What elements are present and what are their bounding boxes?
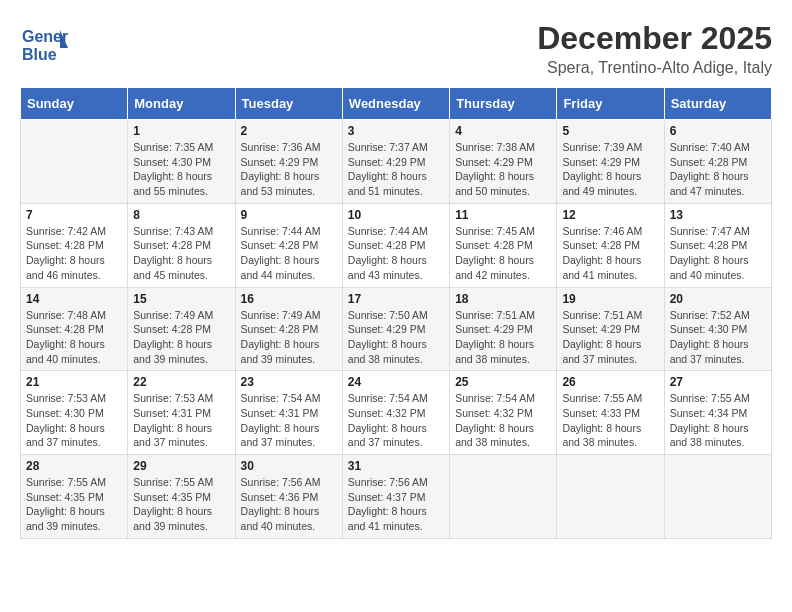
- day-number: 8: [133, 208, 229, 222]
- day-info: Sunrise: 7:52 AMSunset: 4:30 PMDaylight:…: [670, 308, 766, 367]
- day-number: 30: [241, 459, 337, 473]
- calendar-cell: 31Sunrise: 7:56 AMSunset: 4:37 PMDayligh…: [342, 455, 449, 539]
- day-number: 31: [348, 459, 444, 473]
- day-number: 15: [133, 292, 229, 306]
- calendar-cell: 22Sunrise: 7:53 AMSunset: 4:31 PMDayligh…: [128, 371, 235, 455]
- calendar-cell: 9Sunrise: 7:44 AMSunset: 4:28 PMDaylight…: [235, 203, 342, 287]
- day-info: Sunrise: 7:43 AMSunset: 4:28 PMDaylight:…: [133, 224, 229, 283]
- calendar-cell: 26Sunrise: 7:55 AMSunset: 4:33 PMDayligh…: [557, 371, 664, 455]
- calendar-cell: 29Sunrise: 7:55 AMSunset: 4:35 PMDayligh…: [128, 455, 235, 539]
- day-info: Sunrise: 7:37 AMSunset: 4:29 PMDaylight:…: [348, 140, 444, 199]
- calendar-cell: 15Sunrise: 7:49 AMSunset: 4:28 PMDayligh…: [128, 287, 235, 371]
- day-number: 4: [455, 124, 551, 138]
- logo-icon: General Blue: [20, 20, 68, 68]
- day-number: 24: [348, 375, 444, 389]
- day-info: Sunrise: 7:36 AMSunset: 4:29 PMDaylight:…: [241, 140, 337, 199]
- calendar-week-row: 7Sunrise: 7:42 AMSunset: 4:28 PMDaylight…: [21, 203, 772, 287]
- calendar-table: Sunday Monday Tuesday Wednesday Thursday…: [20, 87, 772, 539]
- day-info: Sunrise: 7:44 AMSunset: 4:28 PMDaylight:…: [241, 224, 337, 283]
- calendar-cell: 28Sunrise: 7:55 AMSunset: 4:35 PMDayligh…: [21, 455, 128, 539]
- day-number: 19: [562, 292, 658, 306]
- calendar-cell: 16Sunrise: 7:49 AMSunset: 4:28 PMDayligh…: [235, 287, 342, 371]
- calendar-cell: 20Sunrise: 7:52 AMSunset: 4:30 PMDayligh…: [664, 287, 771, 371]
- day-info: Sunrise: 7:47 AMSunset: 4:28 PMDaylight:…: [670, 224, 766, 283]
- logo-svg: General Blue: [20, 20, 68, 68]
- day-number: 27: [670, 375, 766, 389]
- calendar-cell: [450, 455, 557, 539]
- header-monday: Monday: [128, 88, 235, 120]
- day-info: Sunrise: 7:53 AMSunset: 4:30 PMDaylight:…: [26, 391, 122, 450]
- day-number: 18: [455, 292, 551, 306]
- day-info: Sunrise: 7:49 AMSunset: 4:28 PMDaylight:…: [133, 308, 229, 367]
- header-sunday: Sunday: [21, 88, 128, 120]
- day-info: Sunrise: 7:42 AMSunset: 4:28 PMDaylight:…: [26, 224, 122, 283]
- header-tuesday: Tuesday: [235, 88, 342, 120]
- day-info: Sunrise: 7:45 AMSunset: 4:28 PMDaylight:…: [455, 224, 551, 283]
- day-info: Sunrise: 7:56 AMSunset: 4:37 PMDaylight:…: [348, 475, 444, 534]
- day-number: 6: [670, 124, 766, 138]
- day-info: Sunrise: 7:44 AMSunset: 4:28 PMDaylight:…: [348, 224, 444, 283]
- calendar-cell: 17Sunrise: 7:50 AMSunset: 4:29 PMDayligh…: [342, 287, 449, 371]
- calendar-header-row: Sunday Monday Tuesday Wednesday Thursday…: [21, 88, 772, 120]
- day-number: 20: [670, 292, 766, 306]
- day-number: 29: [133, 459, 229, 473]
- header-thursday: Thursday: [450, 88, 557, 120]
- calendar-cell: [21, 120, 128, 204]
- svg-text:Blue: Blue: [22, 46, 57, 63]
- day-info: Sunrise: 7:51 AMSunset: 4:29 PMDaylight:…: [562, 308, 658, 367]
- calendar-cell: [664, 455, 771, 539]
- calendar-cell: 1Sunrise: 7:35 AMSunset: 4:30 PMDaylight…: [128, 120, 235, 204]
- calendar-week-row: 21Sunrise: 7:53 AMSunset: 4:30 PMDayligh…: [21, 371, 772, 455]
- calendar-cell: 19Sunrise: 7:51 AMSunset: 4:29 PMDayligh…: [557, 287, 664, 371]
- day-number: 23: [241, 375, 337, 389]
- calendar-cell: 18Sunrise: 7:51 AMSunset: 4:29 PMDayligh…: [450, 287, 557, 371]
- day-info: Sunrise: 7:35 AMSunset: 4:30 PMDaylight:…: [133, 140, 229, 199]
- day-number: 3: [348, 124, 444, 138]
- calendar-title: December 2025: [537, 20, 772, 57]
- calendar-week-row: 28Sunrise: 7:55 AMSunset: 4:35 PMDayligh…: [21, 455, 772, 539]
- day-info: Sunrise: 7:39 AMSunset: 4:29 PMDaylight:…: [562, 140, 658, 199]
- day-info: Sunrise: 7:55 AMSunset: 4:33 PMDaylight:…: [562, 391, 658, 450]
- header-saturday: Saturday: [664, 88, 771, 120]
- day-info: Sunrise: 7:51 AMSunset: 4:29 PMDaylight:…: [455, 308, 551, 367]
- day-info: Sunrise: 7:50 AMSunset: 4:29 PMDaylight:…: [348, 308, 444, 367]
- day-number: 12: [562, 208, 658, 222]
- day-number: 13: [670, 208, 766, 222]
- calendar-cell: 3Sunrise: 7:37 AMSunset: 4:29 PMDaylight…: [342, 120, 449, 204]
- calendar-cell: 6Sunrise: 7:40 AMSunset: 4:28 PMDaylight…: [664, 120, 771, 204]
- logo: General Blue: [20, 20, 68, 68]
- calendar-subtitle: Spera, Trentino-Alto Adige, Italy: [537, 59, 772, 77]
- calendar-cell: 2Sunrise: 7:36 AMSunset: 4:29 PMDaylight…: [235, 120, 342, 204]
- day-number: 26: [562, 375, 658, 389]
- day-number: 10: [348, 208, 444, 222]
- title-section: December 2025 Spera, Trentino-Alto Adige…: [537, 20, 772, 77]
- day-number: 7: [26, 208, 122, 222]
- calendar-cell: 12Sunrise: 7:46 AMSunset: 4:28 PMDayligh…: [557, 203, 664, 287]
- calendar-week-row: 14Sunrise: 7:48 AMSunset: 4:28 PMDayligh…: [21, 287, 772, 371]
- header-friday: Friday: [557, 88, 664, 120]
- calendar-cell: 25Sunrise: 7:54 AMSunset: 4:32 PMDayligh…: [450, 371, 557, 455]
- header-wednesday: Wednesday: [342, 88, 449, 120]
- calendar-cell: 27Sunrise: 7:55 AMSunset: 4:34 PMDayligh…: [664, 371, 771, 455]
- calendar-cell: 5Sunrise: 7:39 AMSunset: 4:29 PMDaylight…: [557, 120, 664, 204]
- calendar-cell: 7Sunrise: 7:42 AMSunset: 4:28 PMDaylight…: [21, 203, 128, 287]
- day-info: Sunrise: 7:54 AMSunset: 4:32 PMDaylight:…: [348, 391, 444, 450]
- day-number: 17: [348, 292, 444, 306]
- day-number: 16: [241, 292, 337, 306]
- calendar-cell: 4Sunrise: 7:38 AMSunset: 4:29 PMDaylight…: [450, 120, 557, 204]
- day-info: Sunrise: 7:55 AMSunset: 4:35 PMDaylight:…: [133, 475, 229, 534]
- day-info: Sunrise: 7:55 AMSunset: 4:35 PMDaylight:…: [26, 475, 122, 534]
- calendar-cell: 30Sunrise: 7:56 AMSunset: 4:36 PMDayligh…: [235, 455, 342, 539]
- day-info: Sunrise: 7:40 AMSunset: 4:28 PMDaylight:…: [670, 140, 766, 199]
- day-number: 14: [26, 292, 122, 306]
- day-info: Sunrise: 7:49 AMSunset: 4:28 PMDaylight:…: [241, 308, 337, 367]
- calendar-cell: 13Sunrise: 7:47 AMSunset: 4:28 PMDayligh…: [664, 203, 771, 287]
- day-info: Sunrise: 7:54 AMSunset: 4:32 PMDaylight:…: [455, 391, 551, 450]
- day-info: Sunrise: 7:54 AMSunset: 4:31 PMDaylight:…: [241, 391, 337, 450]
- day-number: 28: [26, 459, 122, 473]
- calendar-cell: 23Sunrise: 7:54 AMSunset: 4:31 PMDayligh…: [235, 371, 342, 455]
- day-info: Sunrise: 7:38 AMSunset: 4:29 PMDaylight:…: [455, 140, 551, 199]
- calendar-cell: 11Sunrise: 7:45 AMSunset: 4:28 PMDayligh…: [450, 203, 557, 287]
- day-number: 1: [133, 124, 229, 138]
- day-number: 25: [455, 375, 551, 389]
